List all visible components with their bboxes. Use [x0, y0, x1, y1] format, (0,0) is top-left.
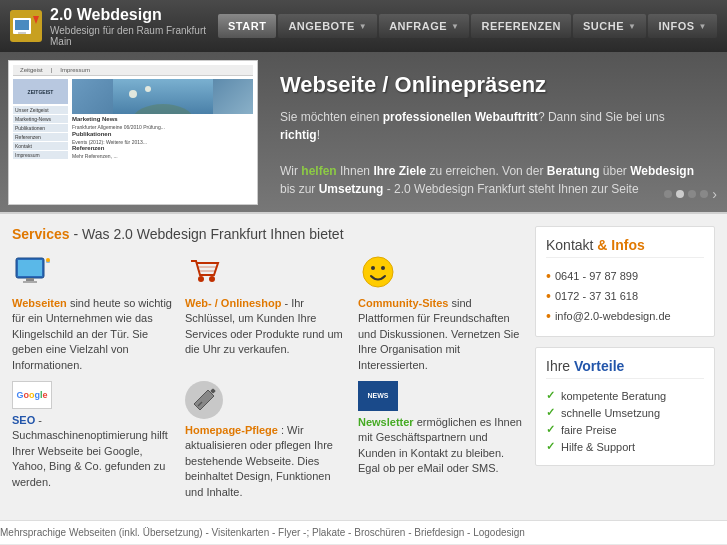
services-label: Services: [12, 226, 70, 242]
service-homepage: Homepage-Pflege : Wir aktualisieren oder…: [185, 381, 350, 500]
kontakt-phone1: • 0641 - 97 87 899: [546, 266, 704, 286]
hero-dot-4[interactable]: [700, 190, 708, 198]
vorteile-2-text: schnelle Umsetzung: [561, 407, 660, 419]
hero-screenshot-photo: [72, 79, 253, 114]
svg-rect-10: [18, 260, 42, 276]
service-seo-title: SEO: [12, 414, 35, 426]
hero-title: Webseite / Onlinepräsenz: [280, 72, 707, 98]
nav-suche-label: SUCHE: [583, 20, 624, 32]
kontakt-phone2: • 0172 - 37 31 618: [546, 286, 704, 306]
kontakt-box: Kontakt & Infos • 0641 - 97 87 899 • 017…: [535, 226, 715, 337]
svg-point-8: [145, 86, 151, 92]
nav-infos-label: INFOS: [658, 20, 694, 32]
service-seo-header: Google: [12, 381, 177, 409]
hero-next-arrow[interactable]: ›: [712, 186, 717, 202]
service-webseiten: Webseiten sind heute so wichtig für ein …: [12, 252, 177, 373]
service-newsletter-title: Newsletter: [358, 416, 414, 428]
service-homepage-header: [185, 381, 350, 419]
kontakt-phone2-text: 0172 - 37 31 618: [555, 290, 638, 302]
hero-desc-bold4: Beratung: [547, 164, 600, 178]
hero-screenshot-content: ZEITGEIST Unser Zeitgeist Marketing-News…: [13, 79, 253, 160]
svg-rect-12: [23, 281, 37, 283]
monitor-icon: [12, 252, 52, 292]
kontakt-email-text: info@2.0-webdesign.de: [555, 310, 671, 322]
nav-suche-arrow: ▼: [628, 22, 636, 31]
service-newsletter-text: Newsletter ermöglichen es Ihnen mit Gesc…: [358, 415, 523, 477]
services-section: Services - Was 2.0 Webdesign Frankfurt I…: [0, 212, 727, 544]
kontakt-title-highlight: & Infos: [593, 237, 644, 253]
vorteile-2: ✓ schnelle Umsetzung: [546, 404, 704, 421]
service-community: Community-Sites sind Plattformen für Fre…: [358, 252, 523, 373]
vorteile-box: Ihre Vorteile ✓ kompetente Beratung ✓ sc…: [535, 347, 715, 466]
nav-referenzen-label: REFERENZEN: [481, 20, 561, 32]
check-icon-4: ✓: [546, 440, 555, 453]
services-grid-row1: Webseiten sind heute so wichtig für ein …: [12, 252, 523, 373]
service-newsletter-header: [358, 381, 523, 411]
service-homepage-text: Homepage-Pflege : Wir aktualisieren oder…: [185, 423, 350, 500]
smiley-icon: [358, 252, 398, 292]
service-seo-text: SEO - Suchmaschinenoptimierung hilft Ihr…: [12, 413, 177, 490]
service-community-header: [358, 252, 523, 292]
nav-infos[interactable]: INFOS ▼: [648, 14, 717, 38]
hero-desc-2d: über: [599, 164, 630, 178]
service-onlineshop-header: [185, 252, 350, 292]
content-left: Services - Was 2.0 Webdesign Frankfurt I…: [12, 226, 523, 508]
logo-icon: [10, 10, 42, 42]
bullet-3: •: [546, 308, 551, 324]
kontakt-phone1-text: 0641 - 97 87 899: [555, 270, 638, 282]
check-icon-1: ✓: [546, 389, 555, 402]
service-seo-desc: - Suchmaschinenoptimierung hilft Ihrer W…: [12, 414, 168, 488]
hero-desc-green1: helfen: [301, 164, 336, 178]
check-icon-3: ✓: [546, 423, 555, 436]
kontakt-title-plain: Kontakt: [546, 237, 593, 253]
service-webseiten-title: Webseiten: [12, 297, 67, 309]
hero-desc-2a: Wir: [280, 164, 301, 178]
nav-anfrage[interactable]: ANFRAGE ▼: [379, 14, 469, 38]
hero-description: Sie möchten einen professionellen Webauf…: [280, 108, 707, 198]
service-newsletter: Newsletter ermöglichen es Ihnen mit Gesc…: [358, 381, 523, 500]
hero-dot-3[interactable]: [688, 190, 696, 198]
service-onlineshop-text: Web- / Onlineshop - Ihr Schlüssel, um Ku…: [185, 296, 350, 358]
svg-rect-2: [15, 20, 29, 30]
svg-rect-4: [18, 32, 26, 34]
vorteile-title: Ihre Vorteile: [546, 358, 704, 379]
hero-left: Zeitgeist | Impressum ZEITGEIST Unser Ze…: [0, 52, 270, 212]
vorteile-3: ✓ faire Preise: [546, 421, 704, 438]
cart-icon: [185, 252, 225, 292]
nav-angebote[interactable]: ANGEBOTE ▼: [278, 14, 377, 38]
nav-start[interactable]: START: [218, 14, 276, 38]
hero-desc-bold2: richtig: [280, 128, 317, 142]
nav-angebote-label: ANGEBOTE: [288, 20, 354, 32]
hero-desc-2b: Ihnen: [337, 164, 374, 178]
hero-section: Zeitgeist | Impressum ZEITGEIST Unser Ze…: [0, 52, 727, 212]
vorteile-1: ✓ kompetente Beratung: [546, 387, 704, 404]
svg-rect-11: [26, 278, 34, 281]
hero-desc-bold3: Ihre Ziele: [373, 164, 426, 178]
hero-screenshot-logo: ZEITGEIST: [13, 79, 68, 104]
hero-desc-2c: zu erreichen. Von der: [426, 164, 547, 178]
vorteile-title-plain: Ihre: [546, 358, 570, 374]
vorteile-title-highlight: Vorteile: [570, 358, 624, 374]
hero-right: Webseite / Onlinepräsenz Sie möchten ein…: [270, 52, 727, 212]
nav-anfrage-label: ANFRAGE: [389, 20, 447, 32]
sidebar: Kontakt & Infos • 0641 - 97 87 899 • 017…: [535, 226, 715, 508]
bullet-1: •: [546, 268, 551, 284]
logo-title: 2.0 Webdesign: [50, 5, 218, 24]
svg-point-15: [198, 276, 204, 282]
news-icon: [358, 381, 398, 411]
svg-point-21: [381, 266, 385, 270]
service-webseiten-text: Webseiten sind heute so wichtig für ein …: [12, 296, 177, 373]
hero-desc-bold6: Umsetzung: [319, 182, 384, 196]
svg-point-20: [371, 266, 375, 270]
nav-suche[interactable]: SUCHE ▼: [573, 14, 646, 38]
hero-screenshot-main: Marketing News Frankfurter Allgemeine 06…: [72, 79, 253, 160]
service-community-text: Community-Sites sind Plattformen für Fre…: [358, 296, 523, 373]
hero-dot-1[interactable]: [664, 190, 672, 198]
hero-dots: ›: [664, 186, 717, 202]
logo-text-area: 2.0 Webdesign Webdesign für den Raum Fra…: [50, 5, 218, 46]
services-grid-row2: Google SEO - Suchmaschinenoptimierung hi…: [12, 381, 523, 500]
hero-dot-2[interactable]: [676, 190, 684, 198]
service-seo: Google SEO - Suchmaschinenoptimierung hi…: [12, 381, 177, 500]
hero-desc-bold1: professionellen Webauftritt: [383, 110, 538, 124]
nav-referenzen[interactable]: REFERENZEN: [471, 14, 571, 38]
